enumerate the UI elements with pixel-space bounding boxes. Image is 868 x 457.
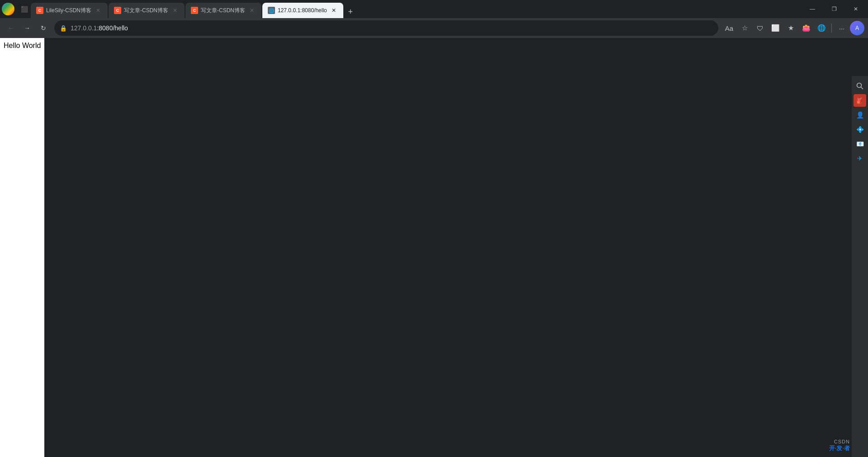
profile-avatar[interactable]: A (850, 21, 864, 35)
tab-favicon-4: 🌐 (268, 7, 275, 14)
tab-favicon-2: C (114, 7, 121, 14)
shield-icon[interactable]: 🛡 (753, 21, 767, 35)
maximize-button[interactable]: ❐ (824, 2, 844, 16)
profile-icon: 👤 (856, 111, 864, 119)
collections-icon: 🎒 (856, 97, 863, 104)
url-port: :8080 (97, 24, 113, 32)
watermark: CSDN 开·发·者 (829, 439, 850, 452)
sidebar-teams-button[interactable]: 💠 (854, 123, 866, 136)
security-icon: 🔒 (60, 25, 67, 32)
back-button[interactable]: ← (4, 21, 18, 35)
right-sidebar: 🎒 👤 💠 📧 ✈ + (852, 76, 868, 457)
teams-icon: 💠 (856, 126, 864, 133)
toolbar-divider (831, 24, 832, 33)
tab-close-4[interactable]: ✕ (330, 6, 338, 14)
tab-close-3[interactable]: ✕ (248, 6, 256, 14)
main-layout: Hello World 🎒 👤 💠 📧 ✈ + (0, 38, 868, 457)
tab-write-article-2[interactable]: C 写文章-CSDN博客 ✕ (185, 3, 261, 18)
tab-localhost[interactable]: 🌐 127.0.0.1:8080/hello ✕ (262, 3, 343, 18)
tab-close-2[interactable]: ✕ (171, 6, 179, 14)
url-display: 127.0.0.1:8080/hello (71, 24, 713, 32)
svg-line-1 (861, 87, 863, 90)
tab-favicon-1: C (36, 7, 43, 14)
close-button[interactable]: ✕ (845, 2, 866, 16)
hello-world-text: Hello World (4, 42, 41, 50)
titlebar-left: ⬛ (2, 3, 31, 15)
tab-label-4: 127.0.0.1:8080/hello (278, 7, 327, 14)
browser-logo-icon (2, 3, 14, 15)
sidebar-collections-button[interactable]: 🎒 (854, 94, 866, 107)
watermark-devze-text: 开·发·者 (829, 444, 850, 452)
toolbar-actions: Aa ☆ 🛡 ⬜ ★ 👛 🌐 ··· A (722, 21, 864, 35)
sidebar-send-button[interactable]: ✈ (854, 152, 866, 165)
titlebar: ⬛ C LileSily-CSDN博客 ✕ C 写文章-CSDN博客 ✕ C 写… (0, 0, 868, 18)
outlook-icon: 📧 (856, 140, 864, 148)
tab-favicon-3: C (191, 7, 198, 14)
menu-button[interactable]: ··· (835, 21, 849, 35)
tab-bar: C LileSily-CSDN博客 ✕ C 写文章-CSDN博客 ✕ C 写文章… (31, 0, 802, 18)
wallet-icon[interactable]: 👛 (799, 21, 813, 35)
read-aloud-icon[interactable]: Aa (722, 21, 736, 35)
tab-label-1: LileSily-CSDN博客 (46, 7, 91, 14)
url-path: /hello (113, 24, 128, 32)
search-icon (856, 82, 864, 90)
minimize-button[interactable]: — (802, 2, 823, 16)
send-icon: ✈ (857, 155, 863, 162)
address-bar[interactable]: 🔒 127.0.0.1:8080/hello (54, 20, 718, 36)
window-controls: — ❐ ✕ (802, 2, 866, 16)
sidebar-outlook-button[interactable]: 📧 (854, 138, 866, 150)
tab-label-2: 写文章-CSDN博客 (124, 7, 168, 14)
tab-write-article-1[interactable]: C 写文章-CSDN博客 ✕ (109, 3, 185, 18)
forward-button[interactable]: → (20, 21, 34, 35)
svg-point-0 (857, 83, 862, 88)
split-screen-icon[interactable]: ⬜ (768, 21, 783, 35)
new-tab-button[interactable]: + (344, 5, 357, 18)
edge-icon[interactable]: 🌐 (814, 21, 829, 35)
tab-overview-button[interactable]: ⬛ (18, 3, 31, 15)
favorites-icon[interactable]: ☆ (737, 21, 752, 35)
url-prefix: 127.0.0.1 (71, 24, 97, 32)
favorites-bar-icon[interactable]: ★ (783, 21, 798, 35)
refresh-button[interactable]: ↻ (36, 21, 51, 35)
tab-lilesily[interactable]: C LileSily-CSDN博客 ✕ (31, 3, 108, 18)
content-area: Hello World (0, 38, 44, 457)
watermark-csdn-text: CSDN (834, 439, 850, 444)
tab-close-1[interactable]: ✕ (94, 6, 102, 14)
navigation-toolbar: ← → ↻ 🔒 127.0.0.1:8080/hello Aa ☆ 🛡 ⬜ ★ … (0, 18, 868, 38)
sidebar-profile-button[interactable]: 👤 (854, 109, 866, 121)
tab-label-3: 写文章-CSDN博客 (201, 7, 245, 14)
sidebar-search-button[interactable] (854, 80, 866, 92)
